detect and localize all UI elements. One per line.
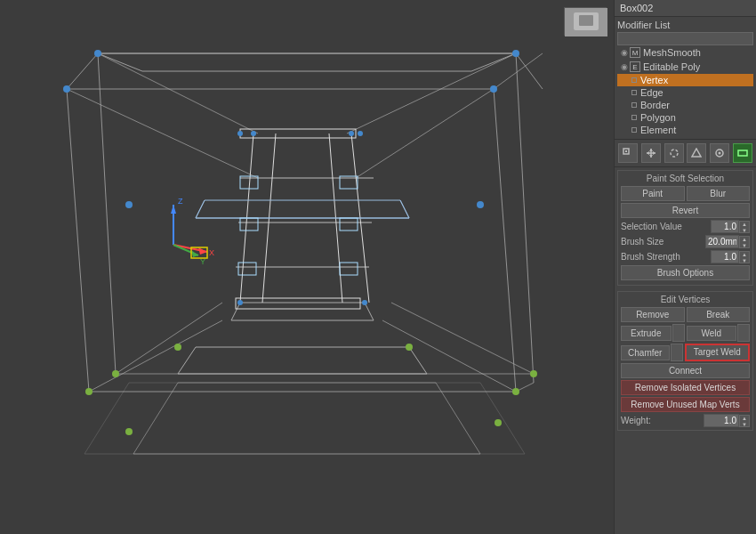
revert-button[interactable]: Revert [621,203,750,218]
vertex-dot [631,77,637,83]
brush-strength-spinner[interactable]: ▲▼ [739,251,750,263]
element-dot [631,127,637,133]
selection-value-spinner[interactable]: ▲▼ [739,221,750,233]
blur-button[interactable]: Blur [687,186,751,201]
modifier-icon: M [630,47,640,58]
brush-strength-input[interactable] [711,250,739,263]
modifier-section: Modifier List ◉ M MeshSmooth ◉ E Editabl… [615,17,756,140]
polygon-label: Polygon [640,112,676,123]
connect-button[interactable]: Connect [621,363,750,378]
remove-isolated-vertices-button[interactable]: Remove Isolated Vertices [621,380,750,395]
brush-strength-row: Brush Strength ▲▼ [621,250,750,263]
svg-point-55 [251,131,256,136]
break-button[interactable]: Break [687,307,751,322]
edge-label: Edge [640,87,664,98]
paint-blur-row: Paint Blur [621,186,750,201]
svg-point-61 [174,344,181,351]
eye-icon: ◉ [621,48,628,57]
weight-row: Weight: ▲▼ [621,414,750,427]
chamfer-targetweld-row: Chamfer Target Weld [621,344,750,361]
viewport-scene: Z X Y [0,0,614,534]
target-weld-button[interactable]: Target Weld [685,344,751,361]
svg-point-54 [477,201,484,208]
modifier-list-label: Modifier List [617,20,670,30]
chamfer-button[interactable]: Chamfer [621,345,670,360]
svg-point-56 [349,131,354,136]
icon-toolbar [615,140,756,167]
selection-icon-btn[interactable] [618,143,638,163]
remove-break-row: Remove Break [621,307,750,322]
edit-vertices-title: Edit Vertices [621,295,750,304]
weight-input[interactable] [704,414,739,427]
svg-point-58 [358,131,363,136]
modifier-editable-poly[interactable]: ◉ E Editable Poly [617,60,753,74]
svg-point-66 [530,370,537,377]
svg-point-86 [671,150,678,157]
sub-item-vertex[interactable]: Vertex [617,74,753,86]
svg-text:Z: Z [178,197,183,206]
extrude-settings-button[interactable] [672,324,685,342]
brush-size-label: Brush Size [621,237,705,247]
element-label: Element [640,125,676,135]
paint-icon-btn[interactable] [710,143,729,163]
svg-point-52 [490,85,497,93]
svg-text:X: X [209,248,214,257]
svg-point-60 [362,300,367,305]
weight-label: Weight: [621,416,704,425]
modifier-list-header: Modifier List [617,20,753,30]
sub-item-border[interactable]: Border [617,99,753,111]
vertex-label: Vertex [640,75,668,85]
brush-size-spinner[interactable]: ▲▼ [739,236,750,248]
svg-marker-83 [649,155,653,158]
chamfer-settings-button[interactable] [671,344,683,361]
scale-icon-btn[interactable] [687,143,706,163]
svg-point-67 [125,428,133,435]
chamfer-with-sq: Chamfer [621,344,683,361]
svg-marker-87 [692,149,701,157]
svg-point-64 [512,388,519,395]
viewport[interactable]: WWW.3DXY.COM [0,0,614,534]
modifier-poly-icon: E [630,61,640,72]
svg-marker-84 [647,151,649,155]
extrude-button[interactable]: Extrude [621,326,672,341]
extrude-weld-row: Extrude Weld [621,324,750,342]
selection-value-row: Selection Value ▲▼ [621,220,750,233]
selection-value-input[interactable] [711,220,739,233]
modifier-mesh-smooth-label: MeshSmooth [643,47,701,58]
move-icon-btn[interactable] [641,143,661,163]
modifier-dropdown[interactable] [617,32,753,45]
svg-point-65 [112,370,119,377]
paint-soft-selection-section: Paint Soft Selection Paint Blur Revert S… [617,170,753,286]
paint-button[interactable]: Paint [621,186,685,201]
svg-point-57 [237,131,243,136]
remove-unused-map-verts-button[interactable]: Remove Unused Map Verts [621,397,750,412]
svg-point-49 [94,50,101,57]
weld-settings-button[interactable] [737,324,750,342]
object-name-bar: Box002 [615,0,756,17]
svg-point-53 [125,201,133,208]
svg-point-50 [512,50,519,57]
weld-button[interactable]: Weld [687,326,737,341]
sub-item-element[interactable]: Element [617,124,753,136]
svg-point-62 [406,344,413,351]
svg-point-63 [85,388,92,395]
weld-with-sq: Weld [687,324,751,342]
svg-point-89 [719,152,721,155]
svg-rect-77 [579,15,593,26]
modifier-mesh-smooth[interactable]: ◉ M MeshSmooth [617,45,753,60]
rotate-icon-btn[interactable] [664,143,684,163]
remove-button[interactable]: Remove [621,307,685,322]
object-name: Box002 [620,3,653,13]
svg-point-51 [63,85,70,93]
weight-spinner[interactable]: ▲▼ [739,415,750,427]
svg-rect-79 [625,150,627,152]
paint-soft-selection-title: Paint Soft Selection [621,174,750,183]
svg-point-59 [237,300,243,305]
active-mode-btn[interactable] [733,143,752,163]
brush-strength-label: Brush Strength [621,252,711,262]
render-thumbnail [564,7,607,36]
brush-size-input[interactable] [705,235,739,248]
brush-options-button[interactable]: Brush Options [621,265,750,280]
sub-item-polygon[interactable]: Polygon [617,111,753,124]
sub-item-edge[interactable]: Edge [617,86,753,99]
